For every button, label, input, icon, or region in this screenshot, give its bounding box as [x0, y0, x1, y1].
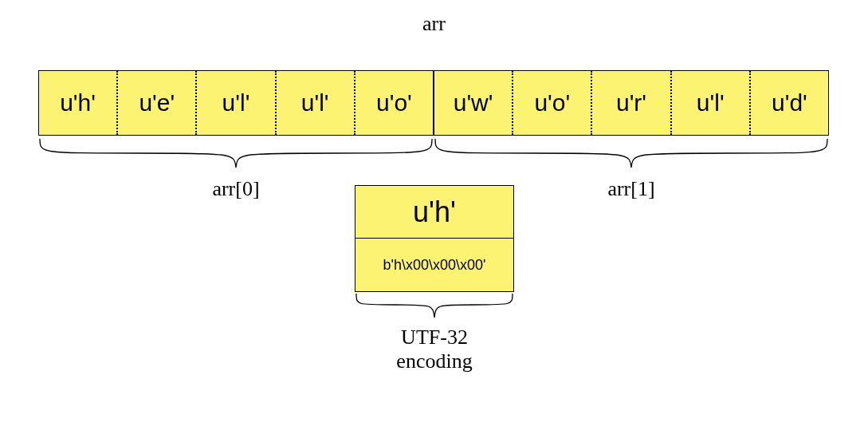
brace-icon — [434, 137, 829, 169]
byte-detail-box: u'h' b'h\x00\x00\x00' — [355, 185, 514, 292]
brace-icon — [38, 137, 434, 169]
diagram-canvas: arr u'h' u'e' u'l' u'l' u'o' u'w' u'o' u… — [0, 0, 868, 446]
array-title: arr — [0, 12, 868, 36]
array-strip: u'h' u'e' u'l' u'l' u'o' u'w' u'o' u'r' … — [38, 70, 829, 136]
array-cell: u'd' — [751, 71, 828, 135]
array-cell: u'w' — [434, 71, 513, 135]
array-cell: u'l' — [672, 71, 751, 135]
array-cell: u'o' — [355, 71, 434, 135]
array-cell: u'l' — [197, 71, 276, 135]
array-cell: u'o' — [513, 71, 592, 135]
brace-icon — [355, 292, 514, 319]
array-cell: u'l' — [277, 71, 355, 135]
encoding-label-line1: UTF-32 — [401, 326, 468, 349]
array-cell: u'r' — [592, 71, 671, 135]
encoding-label: UTF-32 encoding — [355, 326, 514, 373]
detail-bytes: b'h\x00\x00\x00' — [355, 239, 513, 291]
array-cell: u'e' — [118, 71, 197, 135]
array-cell: u'h' — [39, 71, 118, 135]
detail-codepoint: u'h' — [355, 186, 513, 239]
encoding-label-line2: encoding — [396, 349, 472, 373]
